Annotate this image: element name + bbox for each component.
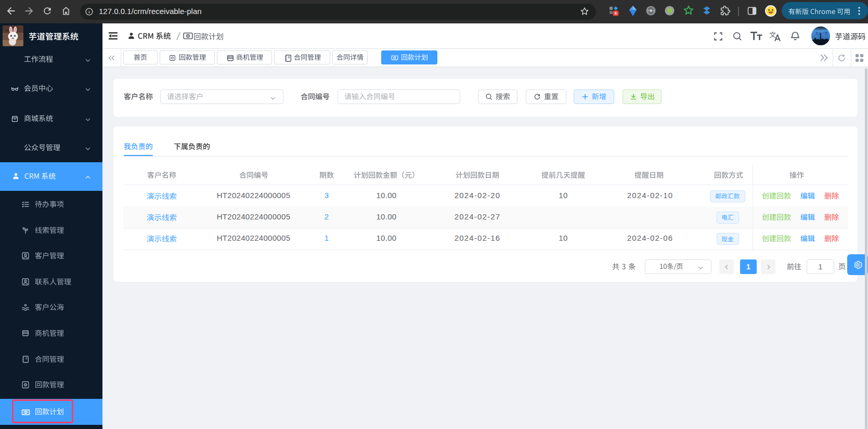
svg-text:6: 6 xyxy=(615,11,617,16)
svg-text:文心一言: 文心一言 xyxy=(815,31,828,35)
